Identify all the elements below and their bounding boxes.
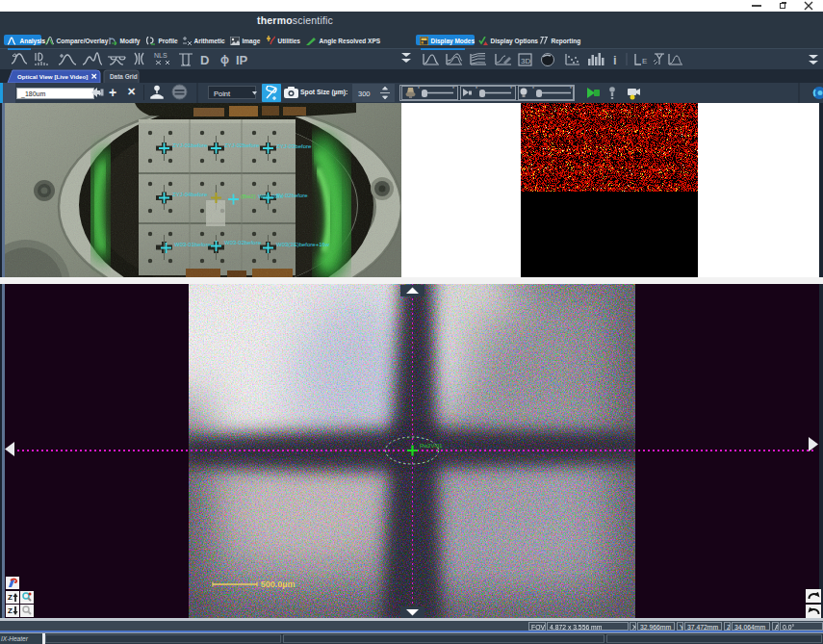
svg-text:*: *: [452, 86, 454, 91]
svg-text:*: *: [532, 86, 534, 91]
svg-text:ϕ: ϕ: [220, 53, 229, 66]
svg-text:*: *: [418, 86, 420, 91]
svg-text:500.0µm: 500.0µm: [261, 580, 296, 589]
svg-text:Rw2V-01: Rw2V-01: [420, 443, 443, 449]
svg-text:*: *: [570, 86, 572, 91]
svg-text:NLS: NLS: [154, 52, 167, 59]
svg-text:Data Grid: Data Grid: [110, 73, 138, 80]
svg-text:*: *: [476, 86, 477, 91]
svg-text:3D: 3D: [521, 57, 530, 65]
svg-text:*: *: [510, 86, 512, 91]
svg-text:IP: IP: [236, 53, 248, 67]
svg-text:E: E: [642, 57, 647, 65]
svg-text:Optical View [Live Video]: Optical View [Live Video]: [17, 73, 88, 80]
svg-text:D: D: [200, 53, 209, 67]
svg-text:i: i: [613, 53, 617, 67]
